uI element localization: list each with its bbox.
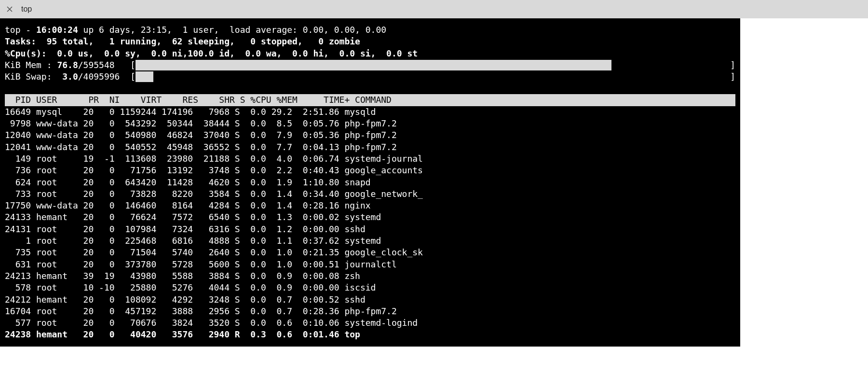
table-row: 24133 hemant 20 0 76624 7572 6540 S 0.0 …: [5, 211, 735, 223]
table-row: 624 root 20 0 643420 11428 4620 S 0.0 1.…: [5, 177, 735, 188]
bracket-open-icon: [: [130, 71, 136, 83]
table-row: 24238 hemant 20 0 40420 3576 2940 R 0.3 …: [5, 329, 735, 340]
mem-bar-fill: [136, 60, 611, 70]
bracket-close-icon: ]: [730, 71, 735, 83]
summary-prefix: top -: [5, 25, 36, 35]
mem-label: KiB Mem : 76.8/595548: [5, 59, 130, 71]
table-row: 16704 root 20 0 457192 3888 2956 S 0.0 0…: [5, 306, 735, 317]
table-row: 578 root 10 -10 25880 5276 4044 S 0.0 0.…: [5, 282, 735, 293]
table-row: 16649 mysql 20 0 1159244 174196 7968 S 0…: [5, 106, 735, 118]
table-row: 149 root 19 -1 113608 23980 21188 S 0.0 …: [5, 153, 735, 165]
titlebar: top: [0, 0, 868, 18]
process-header: PID USER PR NI VIRT RES SHR S %CPU %MEM …: [5, 94, 735, 106]
table-row: 733 root 20 0 73828 8220 3584 S 0.0 1.4 …: [5, 188, 735, 200]
close-icon[interactable]: [5, 4, 14, 14]
table-row: 9798 www-data 20 0 543292 50344 38444 S …: [5, 118, 735, 129]
summary-uptime: top - 16:00:24 up 6 days, 23:15, 1 user,…: [5, 24, 735, 36]
process-list: 16649 mysql 20 0 1159244 174196 7968 S 0…: [5, 106, 735, 341]
table-row: 1 root 20 0 225468 6816 4888 S 0.0 1.1 0…: [5, 235, 735, 247]
bracket-open-icon: [: [130, 59, 136, 71]
table-row: 577 root 20 0 70676 3824 3520 S 0.0 0.6 …: [5, 317, 735, 329]
window-title: top: [21, 4, 32, 14]
table-row: 12040 www-data 20 0 540980 46824 37040 S…: [5, 129, 735, 141]
mem-bar-track: [136, 60, 730, 70]
swap-bar-track: [136, 71, 730, 82]
terminal[interactable]: top - 16:00:24 up 6 days, 23:15, 1 user,…: [0, 18, 740, 347]
summary-time: 16:00:24: [36, 25, 83, 35]
summary-rest: up 6 days, 23:15, 1 user, load average: …: [83, 25, 387, 35]
swap-bar-fill: [136, 71, 153, 82]
mem-row: KiB Mem : 76.8/595548 [ ]: [5, 59, 735, 71]
table-row: 24213 hemant 39 19 43980 5588 3884 S 0.0…: [5, 270, 735, 282]
table-row: 736 root 20 0 71756 13192 3748 S 0.0 2.2…: [5, 165, 735, 176]
swap-row: KiB Swap: 3.0/4095996 [ ]: [5, 71, 735, 83]
table-row: 17750 www-data 20 0 146460 8164 4284 S 0…: [5, 200, 735, 211]
table-row: 12041 www-data 20 0 540552 45948 36552 S…: [5, 141, 735, 153]
summary-cpu: %Cpu(s): 0.0 us, 0.0 sy, 0.0 ni,100.0 id…: [5, 48, 735, 59]
summary-tasks: Tasks: 95 total, 1 running, 62 sleeping,…: [5, 36, 735, 47]
table-row: 735 root 20 0 71504 5740 2640 S 0.0 1.0 …: [5, 247, 735, 258]
table-row: 24212 hemant 20 0 108092 4292 3248 S 0.0…: [5, 294, 735, 306]
table-row: 631 root 20 0 373780 5728 5600 S 0.0 1.0…: [5, 259, 735, 270]
swap-label: KiB Swap: 3.0/4095996: [5, 71, 130, 83]
table-row: 24131 root 20 0 107984 7324 6316 S 0.0 1…: [5, 223, 735, 235]
bracket-close-icon: ]: [730, 59, 735, 71]
